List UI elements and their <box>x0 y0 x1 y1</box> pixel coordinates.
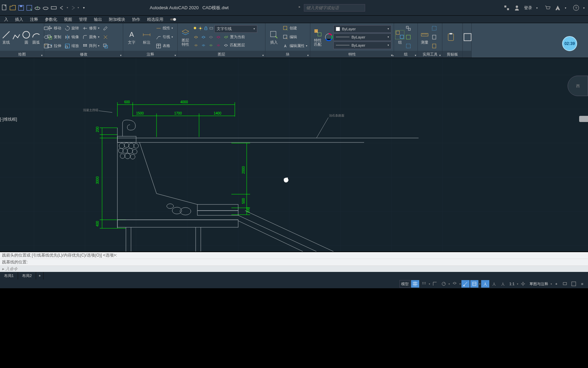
measure-button[interactable]: 测量 <box>419 24 430 50</box>
saveas-icon[interactable] <box>26 4 33 11</box>
customize-button[interactable]: ≡ <box>578 280 586 288</box>
new-icon[interactable] <box>1 4 8 11</box>
edit-block-button[interactable]: 编辑 <box>281 33 309 41</box>
lock-icon[interactable] <box>203 26 208 32</box>
otrack-button[interactable] <box>470 280 478 288</box>
help-icon[interactable]: ? <box>573 5 579 11</box>
paste-big-button[interactable] <box>444 24 458 50</box>
layer-thaw-button[interactable] <box>200 41 207 49</box>
cart-icon[interactable] <box>544 5 551 11</box>
lwt-button[interactable]: 人 <box>481 280 489 288</box>
layer-unlock-button[interactable] <box>215 41 222 49</box>
line-button[interactable]: 直线 <box>1 24 11 50</box>
open-icon[interactable] <box>10 4 16 11</box>
layer-off-button[interactable] <box>208 33 214 41</box>
layer-iso-button[interactable] <box>193 33 199 41</box>
trim-button[interactable]: 修剪 ▾ <box>81 24 101 32</box>
login-link[interactable]: 登录 <box>524 5 532 11</box>
text-button[interactable]: A文字 <box>125 24 139 50</box>
group-edit-button[interactable] <box>405 33 412 41</box>
polar-button[interactable] <box>440 280 448 288</box>
tab-parametric[interactable]: 参数化 <box>42 16 61 23</box>
insert-block-button[interactable]: 插入 <box>267 24 281 50</box>
redo-icon[interactable] <box>69 4 76 11</box>
undo-icon[interactable] <box>59 4 65 11</box>
erase-button[interactable] <box>101 24 110 32</box>
copy-button[interactable]: 复制 <box>46 33 63 41</box>
arc-button[interactable]: 圆弧 <box>31 24 41 50</box>
table-button[interactable]: 表格 <box>154 42 174 50</box>
lineweight-dropdown[interactable]: ByLayer▾ <box>333 33 391 41</box>
match-layer-button[interactable]: 匹配图层 <box>222 41 246 49</box>
move-button[interactable]: 移动 <box>46 24 63 32</box>
offset-button[interactable] <box>101 42 110 50</box>
infocenter-icon[interactable] <box>504 5 510 11</box>
cloud-save-icon[interactable] <box>42 4 49 11</box>
color-dropdown[interactable]: ByLayer▾ <box>333 25 391 33</box>
sun-icon[interactable] <box>198 26 203 32</box>
navbar[interactable] <box>579 116 588 122</box>
tab-toggle-icon[interactable] <box>167 16 180 23</box>
linear-dim-button[interactable]: 线性 ▾ <box>154 24 174 32</box>
sheet-tab-layout2[interactable]: 布局2 <box>18 272 36 279</box>
plot-icon[interactable] <box>50 4 57 11</box>
anno-monitor-button[interactable]: + <box>553 280 560 288</box>
viewcube[interactable]: 西 <box>568 76 588 96</box>
create-block-button[interactable]: 创建 <box>281 24 309 32</box>
search-box[interactable] <box>304 4 365 12</box>
fillet-button[interactable]: 圆角 ▾ <box>81 33 101 41</box>
osnap-button[interactable] <box>461 280 470 288</box>
grid-button[interactable] <box>411 280 419 288</box>
tab-output[interactable]: 输出 <box>91 16 105 23</box>
scale-cycling-button[interactable]: 人 <box>499 280 507 288</box>
isodraft-button[interactable] <box>451 280 459 288</box>
group-bbox-button[interactable] <box>405 42 412 50</box>
save-icon[interactable] <box>18 4 24 11</box>
layer-props-button[interactable]: 图层 特性 <box>179 24 192 50</box>
leader-button[interactable]: 引线 ▾ <box>154 33 174 41</box>
quickcalc-button[interactable] <box>431 33 438 41</box>
tab-view[interactable]: 视图 <box>61 16 76 23</box>
workspace-label[interactable]: 草图与注释 <box>528 280 550 288</box>
tab-addins[interactable]: 附加模块 <box>105 16 129 23</box>
scale-button[interactable]: 缩放 <box>63 42 80 50</box>
snap-button[interactable] <box>420 280 428 288</box>
array-button[interactable]: 阵列 ▾ <box>81 42 101 50</box>
ungroup-button[interactable] <box>405 24 412 32</box>
tab-insert[interactable]: 插入 <box>12 16 27 23</box>
layer-on-button[interactable] <box>208 41 214 49</box>
edit-attr-button[interactable]: A编辑属性 ▾ <box>281 42 309 50</box>
tab-collab[interactable]: 协作 <box>129 16 144 23</box>
linetype-dropdown[interactable]: ByLayer▾ <box>333 42 391 49</box>
layer-freeze-button[interactable] <box>200 33 207 41</box>
sheet-tab-add[interactable]: + <box>36 272 44 279</box>
drawing-canvas[interactable]: [-]维线框] 600 4000 <box>0 58 588 251</box>
model-space-button[interactable]: 模型 <box>399 280 410 288</box>
color-wheel-button[interactable] <box>325 24 333 50</box>
autodesk-app-icon[interactable] <box>555 5 561 11</box>
plot-icon2[interactable] <box>209 26 214 32</box>
qat-customize-icon[interactable]: ▾ <box>80 4 87 11</box>
circle-button[interactable]: 圆 <box>22 24 31 50</box>
cloud-open-icon[interactable] <box>34 4 41 11</box>
select-all-button[interactable] <box>431 24 438 32</box>
transparency-button[interactable]: 人 <box>490 280 498 288</box>
explode-button[interactable] <box>101 33 110 41</box>
stretch-button[interactable]: 拉伸 <box>46 42 63 50</box>
clean-screen-button[interactable] <box>570 280 578 288</box>
group-button[interactable]: 组 <box>395 24 404 50</box>
command-input[interactable]: ▸入命令 <box>0 266 588 272</box>
hwaccel-button[interactable] <box>561 280 569 288</box>
layer-dropdown[interactable]: 文字引线▾ <box>214 25 257 33</box>
user-icon[interactable] <box>514 5 520 11</box>
paste-button[interactable] <box>431 42 438 50</box>
tab-express[interactable]: 精选应用 <box>144 16 167 23</box>
tab-manage[interactable]: 管理 <box>76 16 91 23</box>
layer-lock-button[interactable] <box>215 33 222 41</box>
workspace-gear-icon[interactable] <box>519 280 527 288</box>
bulb-icon[interactable] <box>193 26 197 32</box>
dimension-button[interactable]: 标注 <box>140 24 154 50</box>
tab-home[interactable]: 入 <box>1 16 12 23</box>
mirror-button[interactable]: 镜像 <box>63 33 80 41</box>
panel-overflow[interactable] <box>463 23 472 58</box>
